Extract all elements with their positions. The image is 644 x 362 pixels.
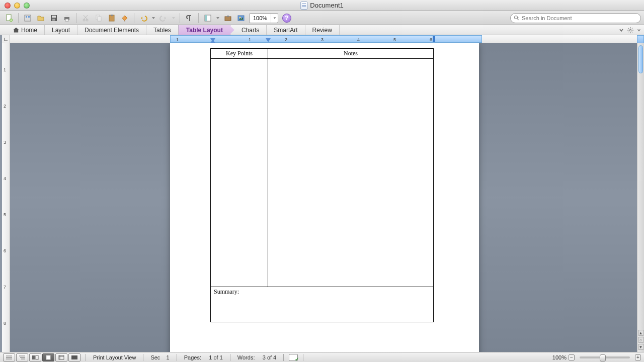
prev-page-button[interactable]: ▲ <box>638 330 644 336</box>
tab-review[interactable]: Review <box>305 25 340 35</box>
sidebar-button[interactable] <box>202 13 214 24</box>
spell-check-button[interactable] <box>289 354 298 361</box>
page[interactable]: Key Points Notes Summary: <box>170 43 479 352</box>
toolbox-button[interactable] <box>222 13 234 24</box>
cornell-notes-table[interactable]: Key Points Notes Summary: <box>210 48 434 322</box>
table-header-notes[interactable]: Notes <box>268 49 434 59</box>
zoom-out-button[interactable]: − <box>569 354 575 360</box>
zoom-window-button[interactable] <box>24 3 30 9</box>
format-painter-button[interactable] <box>119 13 131 24</box>
svg-rect-29 <box>71 355 77 359</box>
table-header-keypoints[interactable]: Key Points <box>211 49 268 59</box>
open-button[interactable] <box>35 13 47 24</box>
ribbon-collapse-button[interactable] <box>619 28 624 33</box>
notebook-view-button[interactable] <box>55 353 67 361</box>
svg-point-23 <box>515 16 518 19</box>
document-area[interactable]: Key Points Notes Summary: <box>10 43 637 352</box>
tab-selector[interactable] <box>2 35 10 43</box>
tab-layout[interactable]: Layout <box>45 25 77 35</box>
ribbon-settings-button[interactable] <box>627 27 634 34</box>
print-layout-view-button[interactable] <box>42 353 54 361</box>
zoom-dropdown[interactable] <box>271 14 278 23</box>
svg-rect-7 <box>52 19 55 21</box>
search-input[interactable] <box>522 15 637 21</box>
search-box[interactable] <box>510 13 641 23</box>
next-page-button[interactable]: ▼ <box>638 344 644 350</box>
publishing-view-button[interactable] <box>29 353 41 361</box>
tab-charts[interactable]: Charts <box>230 25 267 35</box>
view-label[interactable]: Print Layout View <box>91 354 138 360</box>
vertical-scrollbar[interactable]: ▲ ○ ▼ <box>637 43 644 352</box>
cut-button[interactable] <box>79 13 92 24</box>
svg-rect-16 <box>111 15 113 16</box>
zoom-combo[interactable] <box>249 13 278 23</box>
minimize-window-button[interactable] <box>14 3 20 9</box>
svg-rect-9 <box>65 15 68 17</box>
table-cell-keypoints[interactable] <box>211 59 268 287</box>
svg-rect-26 <box>36 355 38 359</box>
zoom-level[interactable]: 100% <box>552 354 567 360</box>
copy-button[interactable] <box>93 13 105 24</box>
window-title-wrap: Document1 <box>300 2 343 10</box>
help-button[interactable]: ? <box>282 14 291 23</box>
ribbon-tabs: Home Layout Document Elements Tables Tab… <box>0 25 644 35</box>
toolbar-separator <box>198 13 199 23</box>
workspace: 1 1 2 3 4 5 6 1 2 3 4 5 6 7 8 Key Points… <box>0 35 644 352</box>
sidebar-toggle-button[interactable] <box>637 35 644 43</box>
toolbar-separator <box>180 13 180 23</box>
vertical-ruler[interactable]: 1 2 3 4 5 6 7 8 <box>2 43 10 352</box>
svg-rect-19 <box>225 17 231 21</box>
paste-button[interactable] <box>106 13 118 24</box>
undo-button[interactable] <box>137 13 149 24</box>
save-button[interactable] <box>48 13 60 24</box>
sidebar-dropdown[interactable] <box>215 13 221 24</box>
horizontal-ruler[interactable]: 1 1 2 3 4 5 6 <box>10 35 637 43</box>
titlebar: Document1 <box>0 0 644 11</box>
new-document-button[interactable] <box>3 13 15 24</box>
show-formatting-button[interactable] <box>183 13 195 24</box>
draft-view-button[interactable] <box>3 353 15 361</box>
svg-rect-21 <box>238 16 244 21</box>
search-icon <box>514 15 520 21</box>
section-indicator[interactable]: Sec 1 <box>148 354 171 360</box>
svg-rect-25 <box>32 355 35 359</box>
svg-rect-4 <box>28 16 30 18</box>
redo-dropdown[interactable] <box>171 13 177 24</box>
svg-point-24 <box>629 29 631 31</box>
svg-rect-27 <box>46 355 50 359</box>
tab-table-layout[interactable]: Table Layout <box>179 25 230 35</box>
svg-rect-3 <box>26 16 27 18</box>
table-cell-notes[interactable] <box>268 59 434 287</box>
close-window-button[interactable] <box>5 3 11 9</box>
window-title: Document1 <box>310 2 343 9</box>
table-cell-summary[interactable]: Summary: <box>211 287 434 322</box>
traffic-lights <box>0 3 30 9</box>
print-button[interactable] <box>61 13 73 24</box>
toolbar-separator <box>18 13 19 23</box>
undo-dropdown[interactable] <box>150 13 156 24</box>
toolbar-separator <box>134 13 134 23</box>
view-buttons <box>3 353 80 361</box>
redo-button[interactable] <box>157 13 170 24</box>
fullscreen-view-button[interactable] <box>68 353 80 361</box>
svg-rect-6 <box>52 16 56 18</box>
zoom-slider[interactable] <box>580 356 630 358</box>
ribbon-settings-dropdown[interactable] <box>637 28 641 33</box>
tab-document-elements[interactable]: Document Elements <box>77 25 146 35</box>
pages-indicator[interactable]: Pages: 1 of 1 <box>182 354 225 360</box>
tab-home[interactable]: Home <box>6 25 45 35</box>
scrollbar-thumb[interactable] <box>638 45 643 73</box>
svg-point-12 <box>86 19 88 21</box>
tab-tables[interactable]: Tables <box>146 25 179 35</box>
svg-rect-18 <box>205 15 207 21</box>
words-indicator[interactable]: Words: 3 of 4 <box>235 354 278 360</box>
media-browser-button[interactable] <box>235 13 247 24</box>
tab-smartart[interactable]: SmartArt <box>267 25 305 35</box>
svg-rect-14 <box>98 17 101 21</box>
zoom-input[interactable] <box>250 15 271 21</box>
browse-object-button[interactable]: ○ <box>638 337 644 343</box>
outline-view-button[interactable] <box>16 353 28 361</box>
template-button[interactable] <box>22 13 34 24</box>
zoom-in-button[interactable]: + <box>635 354 641 360</box>
right-margin-marker[interactable] <box>433 36 435 42</box>
